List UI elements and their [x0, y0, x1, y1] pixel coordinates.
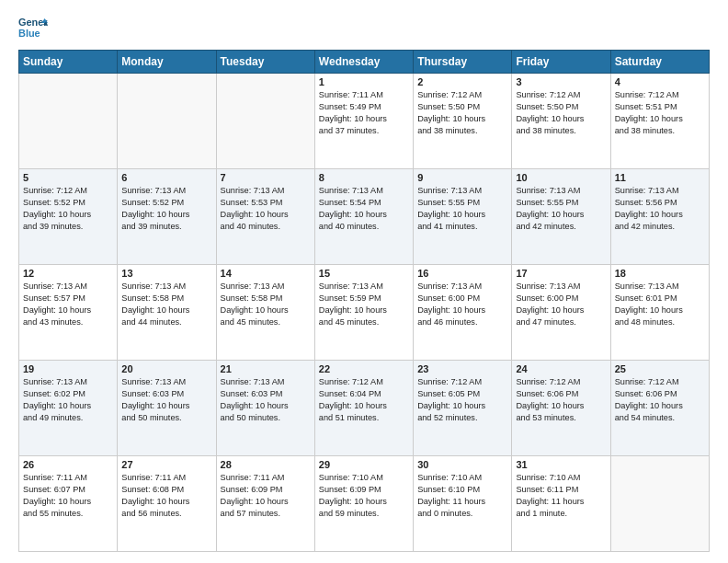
calendar-cell: 27Sunrise: 7:11 AMSunset: 6:08 PMDayligh…	[118, 456, 216, 552]
day-number: 6	[121, 172, 211, 183]
calendar-cell: 14Sunrise: 7:13 AMSunset: 5:58 PMDayligh…	[216, 265, 314, 361]
day-number: 14	[221, 268, 311, 279]
calendar-cell: 5Sunrise: 7:12 AMSunset: 5:52 PMDaylight…	[19, 169, 118, 265]
cell-info: Sunrise: 7:13 AMSunset: 5:56 PMDaylight:…	[615, 185, 705, 233]
cell-info: Sunrise: 7:13 AMSunset: 6:03 PMDaylight:…	[221, 376, 311, 424]
day-number: 29	[319, 459, 409, 470]
day-number: 23	[417, 363, 507, 374]
calendar-cell: 18Sunrise: 7:13 AMSunset: 6:01 PMDayligh…	[610, 265, 709, 361]
day-number: 8	[319, 172, 409, 183]
cell-info: Sunrise: 7:12 AMSunset: 6:06 PMDaylight:…	[615, 376, 705, 424]
day-number: 20	[121, 363, 211, 374]
cell-info: Sunrise: 7:13 AMSunset: 6:02 PMDaylight:…	[23, 376, 113, 424]
calendar-week-4: 19Sunrise: 7:13 AMSunset: 6:02 PMDayligh…	[19, 361, 710, 456]
day-number: 13	[121, 268, 211, 279]
cell-info: Sunrise: 7:13 AMSunset: 5:59 PMDaylight:…	[319, 281, 409, 328]
cell-info: Sunrise: 7:11 AMSunset: 5:49 PMDaylight:…	[319, 89, 409, 137]
day-number: 28	[221, 459, 311, 470]
calendar-cell: 15Sunrise: 7:13 AMSunset: 5:59 PMDayligh…	[314, 265, 413, 361]
day-number: 10	[516, 172, 606, 183]
weekday-header-wednesday: Wednesday	[314, 51, 413, 74]
cell-info: Sunrise: 7:13 AMSunset: 5:52 PMDaylight:…	[121, 185, 211, 233]
calendar-cell: 29Sunrise: 7:10 AMSunset: 6:09 PMDayligh…	[314, 456, 413, 552]
cell-info: Sunrise: 7:11 AMSunset: 6:09 PMDaylight:…	[221, 472, 311, 520]
day-number: 4	[615, 76, 705, 87]
day-number: 12	[23, 268, 113, 279]
weekday-header-row: SundayMondayTuesdayWednesdayThursdayFrid…	[19, 51, 710, 74]
day-number: 11	[615, 172, 705, 183]
calendar-cell: 11Sunrise: 7:13 AMSunset: 5:56 PMDayligh…	[610, 169, 709, 265]
cell-info: Sunrise: 7:10 AMSunset: 6:11 PMDaylight:…	[516, 472, 606, 520]
day-number: 7	[221, 172, 311, 183]
day-number: 21	[221, 363, 311, 374]
day-number: 2	[417, 76, 507, 87]
day-number: 31	[516, 459, 606, 470]
day-number: 30	[417, 459, 507, 470]
cell-info: Sunrise: 7:13 AMSunset: 5:58 PMDaylight:…	[121, 281, 211, 328]
calendar-cell	[118, 74, 216, 169]
cell-info: Sunrise: 7:11 AMSunset: 6:08 PMDaylight:…	[121, 472, 211, 520]
cell-info: Sunrise: 7:13 AMSunset: 6:03 PMDaylight:…	[121, 376, 211, 424]
weekday-header-monday: Monday	[118, 51, 216, 74]
calendar-week-3: 12Sunrise: 7:13 AMSunset: 5:57 PMDayligh…	[19, 265, 710, 361]
day-number: 26	[23, 459, 113, 470]
cell-info: Sunrise: 7:13 AMSunset: 5:55 PMDaylight:…	[417, 185, 507, 233]
day-number: 18	[615, 268, 705, 279]
calendar-week-2: 5Sunrise: 7:12 AMSunset: 5:52 PMDaylight…	[19, 169, 710, 265]
calendar-cell: 16Sunrise: 7:13 AMSunset: 6:00 PMDayligh…	[414, 265, 512, 361]
calendar-cell: 22Sunrise: 7:12 AMSunset: 6:04 PMDayligh…	[314, 361, 413, 456]
calendar-cell: 20Sunrise: 7:13 AMSunset: 6:03 PMDayligh…	[118, 361, 216, 456]
calendar-cell: 23Sunrise: 7:12 AMSunset: 6:05 PMDayligh…	[414, 361, 512, 456]
calendar-cell: 19Sunrise: 7:13 AMSunset: 6:02 PMDayligh…	[19, 361, 118, 456]
cell-info: Sunrise: 7:13 AMSunset: 5:54 PMDaylight:…	[319, 185, 409, 233]
day-number: 9	[417, 172, 507, 183]
weekday-header-friday: Friday	[512, 51, 610, 74]
calendar-cell: 24Sunrise: 7:12 AMSunset: 6:06 PMDayligh…	[512, 361, 610, 456]
calendar-cell: 28Sunrise: 7:11 AMSunset: 6:09 PMDayligh…	[216, 456, 314, 552]
calendar-week-5: 26Sunrise: 7:11 AMSunset: 6:07 PMDayligh…	[19, 456, 710, 552]
calendar-table: SundayMondayTuesdayWednesdayThursdayFrid…	[18, 50, 710, 552]
cell-info: Sunrise: 7:12 AMSunset: 6:04 PMDaylight:…	[319, 376, 409, 424]
cell-info: Sunrise: 7:13 AMSunset: 5:55 PMDaylight:…	[516, 185, 606, 233]
day-number: 27	[121, 459, 211, 470]
day-number: 1	[319, 76, 409, 87]
cell-info: Sunrise: 7:13 AMSunset: 5:57 PMDaylight:…	[23, 281, 113, 328]
cell-info: Sunrise: 7:12 AMSunset: 5:50 PMDaylight:…	[516, 89, 606, 137]
cell-info: Sunrise: 7:10 AMSunset: 6:10 PMDaylight:…	[417, 472, 507, 520]
calendar-cell: 3Sunrise: 7:12 AMSunset: 5:50 PMDaylight…	[512, 74, 610, 169]
day-number: 22	[319, 363, 409, 374]
weekday-header-saturday: Saturday	[610, 51, 709, 74]
cell-info: Sunrise: 7:11 AMSunset: 6:07 PMDaylight:…	[23, 472, 113, 520]
cell-info: Sunrise: 7:12 AMSunset: 5:52 PMDaylight:…	[23, 185, 113, 233]
day-number: 3	[516, 76, 606, 87]
calendar-cell: 1Sunrise: 7:11 AMSunset: 5:49 PMDaylight…	[314, 74, 413, 169]
calendar-cell: 26Sunrise: 7:11 AMSunset: 6:07 PMDayligh…	[19, 456, 118, 552]
calendar-week-1: 1Sunrise: 7:11 AMSunset: 5:49 PMDaylight…	[19, 74, 710, 169]
calendar-cell: 2Sunrise: 7:12 AMSunset: 5:50 PMDaylight…	[414, 74, 512, 169]
day-number: 17	[516, 268, 606, 279]
calendar-cell: 25Sunrise: 7:12 AMSunset: 6:06 PMDayligh…	[610, 361, 709, 456]
svg-text:Blue: Blue	[18, 28, 40, 39]
calendar-cell: 13Sunrise: 7:13 AMSunset: 5:58 PMDayligh…	[118, 265, 216, 361]
calendar-cell	[610, 456, 709, 552]
day-number: 19	[23, 363, 113, 374]
calendar-cell: 31Sunrise: 7:10 AMSunset: 6:11 PMDayligh…	[512, 456, 610, 552]
cell-info: Sunrise: 7:12 AMSunset: 6:05 PMDaylight:…	[417, 376, 507, 424]
day-number: 24	[516, 363, 606, 374]
day-number: 15	[319, 268, 409, 279]
logo: General Blue	[18, 15, 53, 40]
calendar-cell: 10Sunrise: 7:13 AMSunset: 5:55 PMDayligh…	[512, 169, 610, 265]
cell-info: Sunrise: 7:12 AMSunset: 6:06 PMDaylight:…	[516, 376, 606, 424]
weekday-header-tuesday: Tuesday	[216, 51, 314, 74]
calendar-cell: 6Sunrise: 7:13 AMSunset: 5:52 PMDaylight…	[118, 169, 216, 265]
cell-info: Sunrise: 7:13 AMSunset: 6:01 PMDaylight:…	[615, 281, 705, 328]
calendar-cell: 21Sunrise: 7:13 AMSunset: 6:03 PMDayligh…	[216, 361, 314, 456]
cell-info: Sunrise: 7:13 AMSunset: 5:58 PMDaylight:…	[221, 281, 311, 328]
header: General Blue	[18, 15, 710, 40]
weekday-header-thursday: Thursday	[414, 51, 512, 74]
calendar-cell: 8Sunrise: 7:13 AMSunset: 5:54 PMDaylight…	[314, 169, 413, 265]
cell-info: Sunrise: 7:13 AMSunset: 6:00 PMDaylight:…	[417, 281, 507, 328]
calendar-cell: 9Sunrise: 7:13 AMSunset: 5:55 PMDaylight…	[414, 169, 512, 265]
calendar-page: General Blue SundayMondayTuesdayWednesda…	[0, 0, 728, 563]
day-number: 5	[23, 172, 113, 183]
